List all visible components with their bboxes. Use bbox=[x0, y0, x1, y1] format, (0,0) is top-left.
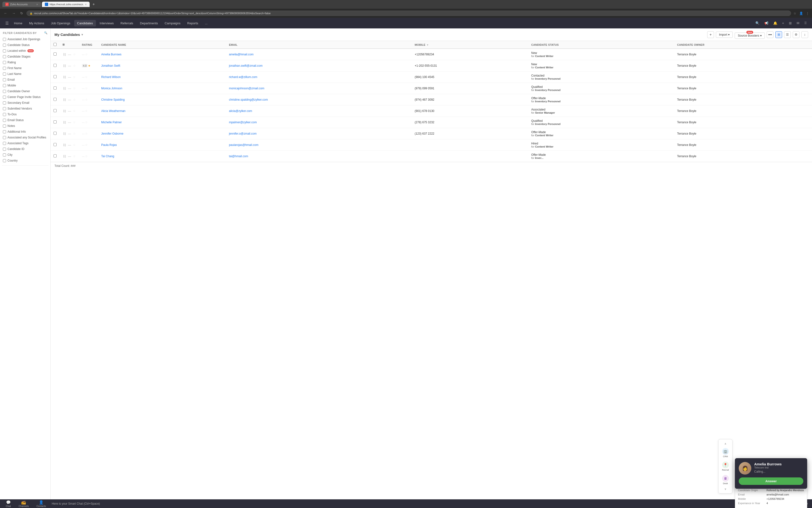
star-icon[interactable]: ☆ bbox=[73, 143, 76, 147]
bottom-contacts[interactable]: 👤 Contacts bbox=[34, 500, 48, 508]
checkbox-additional-info[interactable] bbox=[3, 130, 6, 133]
sidebar-item-first-name[interactable]: First Name bbox=[2, 65, 48, 71]
checkbox-located-within[interactable] bbox=[3, 49, 6, 52]
row-checkbox[interactable] bbox=[53, 86, 56, 90]
sidebar-item-candidate-status[interactable]: Candidate Status bbox=[2, 42, 48, 48]
rating-icon[interactable]: — bbox=[68, 52, 72, 57]
candidate-name-link[interactable]: Amelia Burrows bbox=[101, 53, 121, 56]
sort-button[interactable]: ↕ bbox=[801, 31, 808, 38]
th-email[interactable]: Email bbox=[226, 41, 412, 49]
row-email[interactable]: monicajohnson@zmail.com bbox=[226, 83, 412, 94]
rating-icon[interactable]: — bbox=[68, 131, 72, 136]
nav-home[interactable]: Home bbox=[11, 20, 25, 27]
sidebar-item-submitted-vendors[interactable]: Submitted Vendors bbox=[2, 106, 48, 112]
row-email[interactable]: mpalmer@zylker.com bbox=[226, 117, 412, 128]
checkbox-submitted-vendors[interactable] bbox=[3, 107, 6, 110]
nav-campaigns[interactable]: Campaigns bbox=[162, 20, 183, 27]
tab-close-zoho[interactable]: ✕ bbox=[36, 3, 38, 6]
bottom-chat[interactable]: 💬 Chat bbox=[4, 500, 13, 508]
apps-icon[interactable]: ⊞ bbox=[787, 20, 793, 27]
checkbox-candidate-owner[interactable] bbox=[3, 90, 6, 93]
plus-nav-icon[interactable]: + bbox=[781, 20, 785, 27]
sidebar-item-notes[interactable]: Notes bbox=[2, 123, 48, 129]
checkbox-email[interactable] bbox=[3, 78, 6, 81]
checkbox-email-status[interactable] bbox=[3, 119, 6, 122]
link-icon[interactable]: ⛓ bbox=[63, 52, 67, 57]
row-checkbox[interactable] bbox=[53, 154, 56, 158]
star-icon[interactable]: ☆ bbox=[73, 154, 76, 159]
row-name[interactable]: Amelia Burrows bbox=[98, 49, 226, 60]
star-icon[interactable]: ☆ bbox=[73, 86, 76, 90]
desk-app-button[interactable]: 🖥 Desk bbox=[720, 474, 731, 486]
hamburger-menu[interactable]: ☰ bbox=[4, 19, 10, 27]
menu-icon[interactable]: ⋮ bbox=[806, 11, 810, 16]
row-checkbox[interactable] bbox=[53, 52, 56, 56]
checkbox-first-name[interactable] bbox=[3, 67, 6, 70]
star-icon[interactable]: ☆ bbox=[73, 64, 76, 68]
tab-zoho-accounts[interactable]: Z Zoho Accounts ✕ bbox=[2, 2, 41, 7]
forward-button[interactable]: → bbox=[11, 11, 17, 16]
nav-job-openings[interactable]: Job Openings bbox=[48, 20, 73, 27]
reload-button[interactable]: ↻ bbox=[19, 11, 25, 16]
star-icon[interactable]: ☆ bbox=[73, 131, 76, 136]
sidebar-item-email[interactable]: Email bbox=[2, 77, 48, 83]
checkbox-rating[interactable] bbox=[3, 61, 6, 64]
candidate-name-link[interactable]: Monica Johnson bbox=[101, 87, 122, 90]
candidate-email[interactable]: jonathan.swift@zmail.com bbox=[229, 64, 263, 68]
rating-icon[interactable]: — bbox=[68, 120, 72, 125]
row-name[interactable]: Alicia Weatherman bbox=[98, 105, 226, 117]
tab-close-recruit[interactable]: ✕ bbox=[85, 3, 87, 6]
rating-icon[interactable]: — bbox=[68, 97, 72, 102]
checkbox-candidate-stages[interactable] bbox=[3, 55, 6, 58]
link-icon[interactable]: ⛓ bbox=[63, 64, 67, 68]
row-checkbox[interactable] bbox=[53, 143, 56, 146]
candidate-name-link[interactable]: Alicia Weatherman bbox=[101, 109, 125, 113]
sidebar-item-candidate-stages[interactable]: Candidate Stages bbox=[2, 54, 48, 59]
row-email[interactable]: amelia@hmail.com bbox=[226, 49, 412, 60]
sidebar-item-last-name[interactable]: Last Name bbox=[2, 71, 48, 77]
checkbox-country[interactable] bbox=[3, 159, 6, 162]
checkbox-associated-tags[interactable] bbox=[3, 142, 6, 145]
rating-icon[interactable]: — bbox=[68, 64, 72, 68]
link-icon[interactable]: ⛓ bbox=[63, 109, 67, 114]
checkbox-associated-job[interactable] bbox=[3, 38, 6, 41]
candidate-email[interactable]: monicajohnson@zmail.com bbox=[229, 87, 264, 90]
th-candidate-name[interactable]: Candidate Name bbox=[98, 41, 226, 49]
row-name[interactable]: Michelle Palmer bbox=[98, 117, 226, 128]
mail-icon[interactable]: ✉ bbox=[795, 20, 801, 27]
source-boosters-button[interactable]: New Source Boosters ▾ bbox=[735, 33, 765, 39]
url-bar[interactable]: 🔒 recruit.zoho.com/recruit/ShowTab.do?mo… bbox=[27, 11, 791, 16]
rating-icon[interactable]: — bbox=[68, 75, 72, 79]
back-button[interactable]: ← bbox=[2, 11, 9, 16]
row-checkbox[interactable] bbox=[53, 98, 56, 101]
checkbox-career-page[interactable] bbox=[3, 95, 6, 99]
sidebar-item-secondary-email[interactable]: Secondary Email bbox=[2, 100, 48, 106]
crm-app-button[interactable]: 🏢 CRM bbox=[720, 447, 731, 459]
candidate-name-link[interactable]: Jonathan Swift bbox=[101, 64, 120, 68]
bell-icon[interactable]: 🔔 bbox=[772, 20, 779, 27]
row-name[interactable]: Richard Wilson bbox=[98, 72, 226, 83]
row-checkbox[interactable] bbox=[53, 64, 56, 67]
row-name[interactable]: Jennifer Osborne bbox=[98, 128, 226, 139]
star-icon[interactable]: ☆ bbox=[73, 52, 76, 56]
sidebar-item-rating[interactable]: Rating bbox=[2, 59, 48, 65]
select-all-checkbox[interactable] bbox=[53, 43, 56, 46]
sidebar-item-email-status[interactable]: Email Status bbox=[2, 117, 48, 123]
th-rating[interactable]: Rating bbox=[79, 41, 98, 49]
row-email[interactable]: jonathan.swift@zmail.com bbox=[226, 60, 412, 72]
candidate-name-link[interactable]: Jennifer Osborne bbox=[101, 132, 123, 135]
bottom-channels[interactable]: 📻 Channels bbox=[16, 500, 31, 508]
recruit-app-button[interactable]: 📍 Recruit bbox=[720, 460, 731, 473]
row-checkbox[interactable] bbox=[53, 109, 56, 112]
sidebar-search-icon[interactable]: 🔍 bbox=[44, 31, 48, 34]
candidate-name-link[interactable]: Paula Rojas bbox=[101, 143, 117, 146]
link-icon[interactable]: ⛓ bbox=[63, 75, 67, 79]
candidate-email[interactable]: tai@hmail.com bbox=[229, 155, 248, 158]
row-name[interactable]: Monica Johnson bbox=[98, 83, 226, 94]
grid-icon[interactable]: ⠿ bbox=[803, 20, 808, 27]
row-checkbox[interactable] bbox=[53, 75, 56, 78]
star-icon[interactable]: ☆ bbox=[73, 75, 76, 79]
th-mobile[interactable]: Mobile ▾ bbox=[412, 41, 529, 49]
sidebar-item-career-page[interactable]: Career Page Invite Status bbox=[2, 94, 48, 100]
nav-candidates[interactable]: Candidates bbox=[74, 20, 96, 27]
